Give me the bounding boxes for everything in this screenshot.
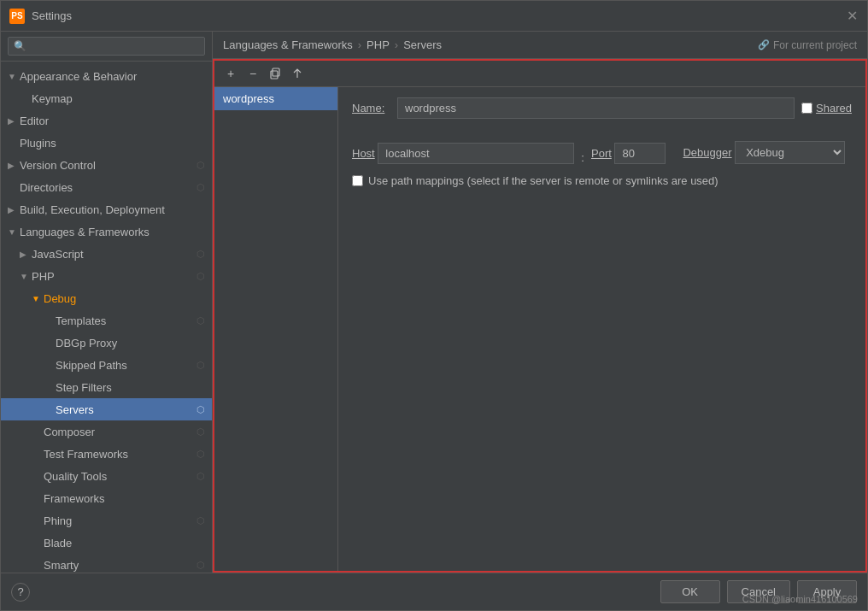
sidebar-item-label: Blade xyxy=(44,537,205,549)
sidebar-item-php[interactable]: ▼ PHP ⬡ xyxy=(1,265,212,287)
copy-icon xyxy=(269,68,281,79)
server-toolbar: + − xyxy=(214,61,865,87)
sidebar-item-label: Version Control xyxy=(20,159,193,172)
external-icon: ⬡ xyxy=(196,271,205,282)
sidebar-item-appearance[interactable]: ▼ Appearance & Behavior xyxy=(1,65,212,87)
sidebar-item-label: Frameworks xyxy=(44,492,205,505)
sidebar-item-step-filters[interactable]: Step Filters xyxy=(1,376,212,398)
external-icon: ⬡ xyxy=(196,404,205,415)
sidebar: ▼ Appearance & Behavior Keymap ▶ Editor … xyxy=(1,32,213,573)
breadcrumb-part1: Languages & Frameworks xyxy=(223,38,353,51)
bottom-bar: ? OK Cancel Apply xyxy=(1,573,867,610)
breadcrumb-sep1: › xyxy=(358,38,361,51)
sidebar-item-keymap[interactable]: Keymap xyxy=(1,87,212,109)
app-icon: PS xyxy=(9,9,25,24)
name-input[interactable] xyxy=(397,97,795,119)
copy-server-button[interactable] xyxy=(266,64,284,83)
sidebar-item-composer[interactable]: Composer ⬡ xyxy=(1,420,212,443)
sidebar-item-phing[interactable]: Phing ⬡ xyxy=(1,509,212,532)
sidebar-item-directories[interactable]: Directories ⬡ xyxy=(1,176,212,198)
sidebar-item-servers[interactable]: Servers ⬡ xyxy=(1,398,212,420)
sidebar-item-label: Servers xyxy=(56,403,193,416)
sidebar-item-label: PHP xyxy=(32,270,193,283)
add-server-button[interactable]: + xyxy=(221,64,240,83)
sidebar-item-quality-tools[interactable]: Quality Tools ⬡ xyxy=(1,465,212,487)
external-icon: ⬡ xyxy=(196,560,205,571)
sidebar-item-languages[interactable]: ▼ Languages & Frameworks xyxy=(1,220,212,243)
svg-rect-0 xyxy=(271,71,278,79)
search-input[interactable] xyxy=(8,37,205,56)
sidebar-item-debug[interactable]: ▼ Debug xyxy=(1,287,212,309)
external-icon: ⬡ xyxy=(196,249,205,260)
sidebar-item-editor[interactable]: ▶ Editor xyxy=(1,109,212,132)
ok-button[interactable]: OK xyxy=(660,580,720,603)
external-icon: ⬡ xyxy=(196,160,205,171)
path-mappings-label[interactable]: Use path mappings (select if the server … xyxy=(368,174,718,187)
breadcrumb-part2: PHP xyxy=(367,38,390,51)
sidebar-item-frameworks[interactable]: Frameworks xyxy=(1,487,212,509)
debugger-field: Debugger Xdebug Zend Debugger xyxy=(683,141,845,164)
remove-server-button[interactable]: − xyxy=(243,64,262,83)
arrow-icon: ▼ xyxy=(20,272,32,281)
arrow-icon: ▼ xyxy=(32,294,44,303)
port-field: Port xyxy=(591,143,666,164)
debugger-select[interactable]: Xdebug Zend Debugger xyxy=(735,141,845,164)
sidebar-item-label: Quality Tools xyxy=(44,470,193,483)
breadcrumb: Languages & Frameworks › PHP › Servers 🔗… xyxy=(213,32,867,59)
arrow-icon: ▶ xyxy=(8,205,20,214)
sidebar-item-templates[interactable]: Templates ⬡ xyxy=(1,309,212,332)
sidebar-item-label: JavaScript xyxy=(32,248,193,261)
arrow-icon: ▶ xyxy=(20,250,32,259)
watermark: CSDN @liaomin416100569 xyxy=(742,594,858,604)
sidebar-tree: ▼ Appearance & Behavior Keymap ▶ Editor … xyxy=(1,62,212,573)
move-icon xyxy=(291,68,303,79)
sidebar-item-label: Test Frameworks xyxy=(44,448,193,461)
sidebar-item-label: Keymap xyxy=(32,92,205,105)
server-form: Name: Shared Host xyxy=(338,87,865,571)
sidebar-item-plugins[interactable]: Plugins xyxy=(1,132,212,154)
for-project-label: For current project xyxy=(773,39,857,51)
port-input[interactable] xyxy=(614,143,666,164)
arrow-icon: ▼ xyxy=(8,227,20,237)
external-icon: ⬡ xyxy=(196,515,205,526)
server-list: wordpress xyxy=(214,87,338,571)
right-panel: Languages & Frameworks › PHP › Servers 🔗… xyxy=(213,32,867,573)
external-icon: ⬡ xyxy=(196,360,205,371)
link-icon: 🔗 xyxy=(758,39,770,50)
sidebar-item-label: Build, Execution, Deployment xyxy=(20,203,205,216)
arrow-icon: ▶ xyxy=(8,116,20,126)
host-field: Host xyxy=(352,143,574,164)
sidebar-item-version-control[interactable]: ▶ Version Control ⬡ xyxy=(1,154,212,176)
shared-label[interactable]: Shared xyxy=(816,102,852,115)
sidebar-item-label: DBGp Proxy xyxy=(56,337,205,350)
sidebar-item-dbgp[interactable]: DBGp Proxy xyxy=(1,332,212,354)
sidebar-item-label: Appearance & Behavior xyxy=(20,70,205,83)
breadcrumb-part3: Servers xyxy=(403,38,442,51)
external-icon: ⬡ xyxy=(196,315,205,326)
close-button[interactable]: ✕ xyxy=(845,9,859,23)
path-mappings-checkbox[interactable] xyxy=(352,175,363,186)
sidebar-item-build[interactable]: ▶ Build, Execution, Deployment xyxy=(1,198,212,220)
help-button[interactable]: ? xyxy=(11,583,30,602)
svg-rect-1 xyxy=(273,68,279,76)
sidebar-item-test-frameworks[interactable]: Test Frameworks ⬡ xyxy=(1,443,212,465)
move-server-button[interactable] xyxy=(288,64,307,83)
sidebar-item-skipped-paths[interactable]: Skipped Paths ⬡ xyxy=(1,354,212,376)
sidebar-item-label: Skipped Paths xyxy=(56,359,193,372)
sidebar-item-label: Plugins xyxy=(20,137,205,150)
debugger-label: Debugger xyxy=(683,146,731,159)
server-list-item[interactable]: wordpress xyxy=(214,87,337,110)
host-label: Host xyxy=(352,147,375,160)
sidebar-item-smarty[interactable]: Smarty ⬡ xyxy=(1,554,212,573)
arrow-icon: ▶ xyxy=(8,161,20,170)
sidebar-item-blade[interactable]: Blade xyxy=(1,532,212,554)
colon-separator: : xyxy=(581,151,584,164)
arrow-icon: ▼ xyxy=(8,72,20,81)
sidebar-item-label: Composer xyxy=(44,426,193,438)
external-icon: ⬡ xyxy=(196,471,205,482)
server-list-and-form: wordpress Name: Shared xyxy=(214,87,865,571)
host-input[interactable] xyxy=(378,143,574,164)
shared-checkbox[interactable] xyxy=(801,103,812,114)
name-label: Name: xyxy=(352,102,390,115)
sidebar-item-javascript[interactable]: ▶ JavaScript ⬡ xyxy=(1,243,212,265)
